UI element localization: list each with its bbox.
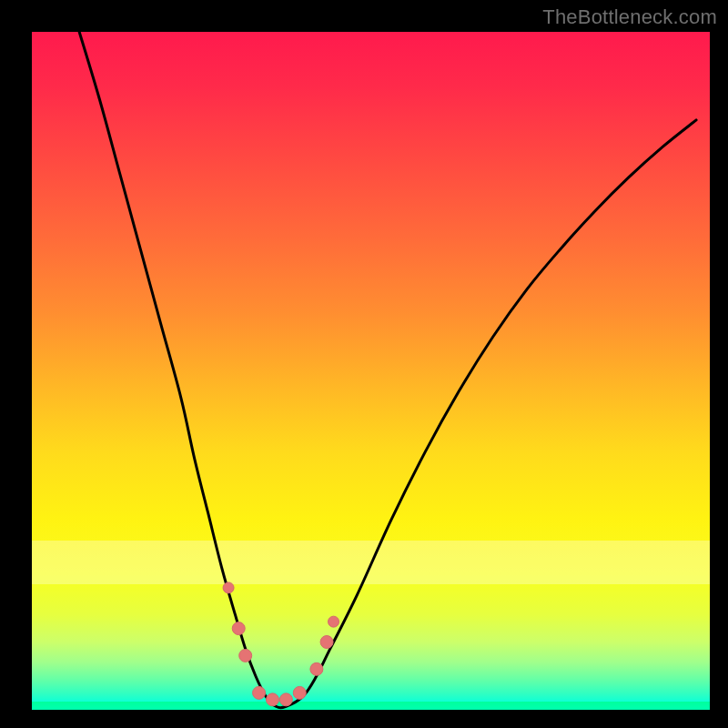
curve-marker [320, 636, 333, 649]
curve-marker [293, 686, 306, 699]
plot-area [32, 32, 710, 710]
curve-marker [253, 686, 266, 699]
curve-marker [266, 693, 278, 706]
watermark-text: TheBottleneck.com [542, 5, 717, 29]
curve-marker [232, 622, 245, 635]
curve-marker [310, 662, 323, 675]
curve-marker [279, 693, 292, 706]
chart-frame: TheBottleneck.com [0, 0, 728, 728]
bottleneck-curve [79, 32, 696, 708]
curve-marker [223, 582, 234, 593]
curve-layer [32, 32, 710, 710]
bottleneck-curve-path [79, 32, 696, 708]
curve-marker [329, 616, 339, 627]
curve-marker [239, 649, 252, 662]
curve-markers [223, 582, 339, 706]
